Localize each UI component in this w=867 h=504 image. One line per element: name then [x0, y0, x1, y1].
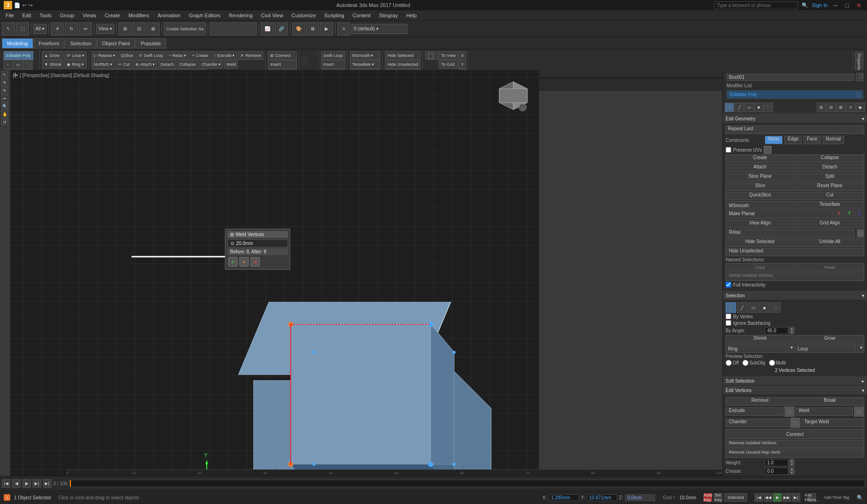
grid-align-btn[interactable]: Grid Align: [796, 220, 865, 228]
slice-plane-btn[interactable]: Slice Plane: [726, 173, 795, 182]
attach-btn[interactable]: Attach: [726, 164, 795, 172]
left-move-btn[interactable]: ✛: [1, 79, 8, 86]
left-scale-btn[interactable]: ⇔: [1, 95, 8, 102]
ribbon-to-view-btn[interactable]: To View: [439, 51, 458, 60]
preserve-uvs-checkbox[interactable]: [726, 147, 731, 153]
ribbon-border-btn[interactable]: ▭: [14, 60, 23, 69]
by-angle-input[interactable]: [765, 327, 788, 334]
named-selection-sets-btn[interactable]: [210, 22, 257, 35]
ribbon-hide-selected-btn[interactable]: Hide Selected: [385, 51, 420, 60]
menu-stingray[interactable]: Stingray: [375, 12, 401, 19]
weld-confirm-btn[interactable]: ✓: [228, 257, 238, 266]
preview-off-radio[interactable]: Off: [726, 360, 739, 366]
ribbon-relax-btn[interactable]: ~ Relax ▾: [167, 51, 189, 60]
select-rotate-btn[interactable]: ↻: [65, 22, 78, 35]
panel-extra-5-btn[interactable]: ▶: [856, 103, 865, 112]
remove-vert-btn[interactable]: Remove: [726, 397, 795, 406]
modifier-editable-poly[interactable]: Editable Poly ⬚: [727, 91, 863, 98]
remove-isolated-btn[interactable]: Remove Isolated Vertices: [726, 440, 864, 448]
ribbon-to-grid-btn[interactable]: To Grid: [439, 60, 458, 69]
menu-modifiers[interactable]: Modifiers: [125, 12, 153, 19]
x-align-btn[interactable]: X: [834, 210, 844, 219]
constraint-none-btn[interactable]: None: [765, 136, 783, 144]
extrude-vert-btn[interactable]: Extrude: [726, 407, 783, 416]
menu-animation[interactable]: Animation: [154, 12, 184, 19]
constraint-edge-btn[interactable]: Edge: [784, 136, 802, 144]
ribbon-shrink-btn[interactable]: ▼ Shrink: [42, 60, 64, 69]
ribbon-vertex-btn[interactable]: ⬝: [4, 60, 13, 69]
ribbon-weld-btn[interactable]: Weld: [224, 60, 238, 69]
ribbon-grow-btn[interactable]: ▲ Grow: [42, 51, 64, 60]
left-zoom-btn[interactable]: 🔍: [1, 103, 8, 110]
make-planar-btn[interactable]: Make Planar: [726, 210, 833, 219]
left-pan-btn[interactable]: ✋: [1, 111, 8, 118]
connect-vert-btn[interactable]: Connect: [726, 429, 864, 439]
viewport[interactable]: [ + ] [Perspective] [Standard] [Default …: [10, 70, 539, 476]
tab-freeform[interactable]: Freeform: [34, 38, 65, 49]
constraint-face-btn[interactable]: Face: [804, 136, 820, 144]
hide-selected-btn[interactable]: Hide Selected: [726, 238, 795, 247]
collapse-btn[interactable]: Collapse: [796, 154, 865, 163]
search-input[interactable]: [714, 1, 798, 9]
preview-subobj-radio[interactable]: SubObj: [742, 360, 765, 366]
ribbon-y-btn[interactable]: Y: [459, 60, 466, 69]
target-weld-btn[interactable]: Target Weld: [801, 419, 865, 427]
menu-help[interactable]: Help: [402, 12, 420, 19]
ribbon-create-btn[interactable]: + Create: [189, 51, 210, 60]
ribbon-ring-btn[interactable]: ◉ Ring ▾: [64, 60, 87, 69]
menu-graph-editors[interactable]: Graph Editors: [185, 12, 224, 19]
create-btn[interactable]: Create: [726, 154, 795, 163]
ribbon-detach-btn[interactable]: Detach: [158, 60, 176, 69]
select-move-btn[interactable]: ✛: [51, 22, 64, 35]
weld-options-btn[interactable]: ⬚: [854, 406, 864, 417]
chamfer-vert-btn[interactable]: Chamfer: [726, 419, 789, 427]
menu-tools[interactable]: Tools: [36, 12, 56, 19]
create-selection-set-btn[interactable]: Create Selection Se: [164, 22, 206, 35]
close-btn[interactable]: ✕: [854, 2, 863, 9]
ribbon-element-btn[interactable]: ⬛: [23, 60, 33, 69]
ribbon-make-planar-btn[interactable]: ⬚: [425, 51, 438, 60]
repeat-last-btn[interactable]: Repeat Last: [726, 126, 864, 134]
soft-selection-header[interactable]: Soft Selection ▸: [723, 377, 867, 385]
go-start-2-btn[interactable]: |◀: [755, 493, 763, 502]
grow-btn[interactable]: Grow: [796, 335, 865, 343]
left-rotate-btn[interactable]: ↻: [1, 87, 8, 94]
hide-unselected-btn[interactable]: Hide Unselected: [726, 248, 864, 256]
file-icon[interactable]: 📄: [14, 2, 21, 8]
curve-editor-btn[interactable]: 📈: [261, 22, 274, 35]
prev-frame-btn[interactable]: ◀: [12, 479, 21, 488]
panel-edge-btn[interactable]: ╱: [734, 103, 744, 112]
ribbon-nurms-btn[interactable]: NURMS ▾: [91, 60, 115, 69]
unhide-all-btn[interactable]: Unhide All: [796, 238, 865, 247]
render-setup-btn[interactable]: 🖥: [306, 22, 319, 35]
ring-arrow-btn[interactable]: ▾: [787, 344, 795, 353]
weld-vert-btn[interactable]: Weld: [796, 407, 853, 416]
selection-header[interactable]: Selection ▾: [723, 292, 867, 300]
tab-selection[interactable]: Selection: [65, 38, 96, 49]
relax-options-btn[interactable]: ⬚: [857, 229, 864, 238]
weight-down-btn[interactable]: ▼: [789, 462, 795, 466]
align-btn[interactable]: ⊞: [119, 22, 132, 35]
panel-border-btn[interactable]: ▭: [744, 103, 754, 112]
ribbon-chamfer-btn[interactable]: Chamfer ▾: [199, 60, 224, 69]
weld-value-row[interactable]: ⊙ 20.0mm: [227, 239, 288, 247]
navigation-cube[interactable]: ⌂: [497, 79, 530, 112]
play-btn[interactable]: ▶: [22, 479, 31, 488]
sel-vertex-btn[interactable]: ⬝: [726, 302, 736, 313]
timeline-track[interactable]: [70, 480, 865, 487]
slice-btn[interactable]: Slice: [726, 182, 795, 191]
redo-icon[interactable]: ↪: [28, 2, 33, 8]
go-end-btn[interactable]: ▶|: [43, 479, 51, 488]
ring-btn[interactable]: Ring: [726, 344, 786, 353]
menu-views[interactable]: Views: [79, 12, 100, 19]
menu-edit[interactable]: Edit: [19, 12, 35, 19]
ribbon-remove-btn[interactable]: ✕ Remove: [238, 51, 263, 60]
next-key-btn[interactable]: ▶▶: [783, 493, 791, 502]
select-scale-btn[interactable]: ⇔: [79, 22, 92, 35]
constraint-normal-btn[interactable]: Normal: [823, 136, 844, 144]
sel-edge-btn[interactable]: ╱: [737, 302, 747, 313]
object-options-btn[interactable]: ⬚: [856, 73, 863, 81]
menu-scripting[interactable]: Scripting: [321, 12, 348, 19]
detach-btn[interactable]: Detach: [796, 164, 865, 172]
material-editor-btn[interactable]: 🎨: [292, 22, 305, 35]
